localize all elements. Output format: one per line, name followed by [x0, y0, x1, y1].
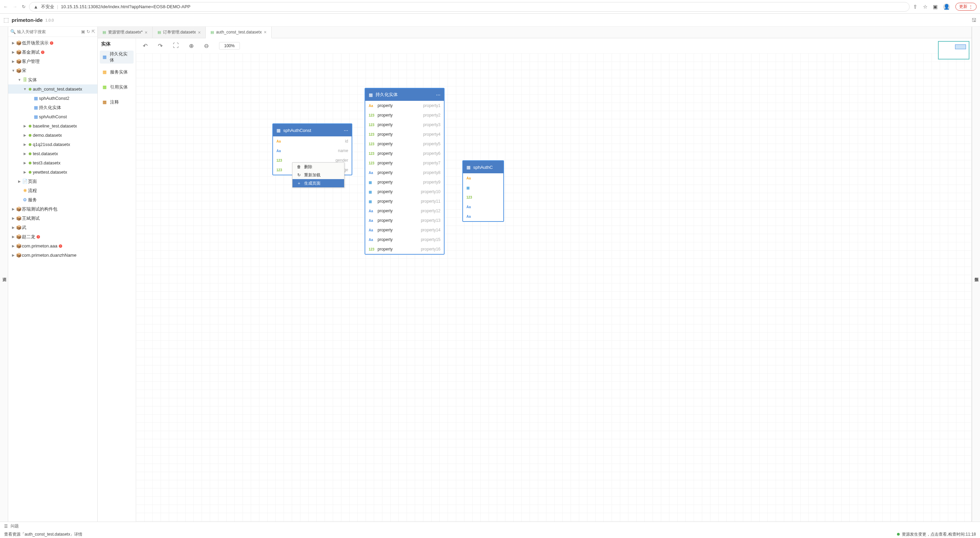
close-icon[interactable]: ×: [264, 29, 267, 35]
tree-node[interactable]: ▶📦苏瑞测试的构件包: [8, 204, 97, 213]
minimap[interactable]: [938, 41, 969, 59]
back-button[interactable]: ←: [3, 4, 8, 9]
entity-more-icon[interactable]: ⋯: [436, 92, 441, 97]
update-button[interactable]: 更新⋮: [955, 3, 977, 11]
editor-tab[interactable]: ▤订单管理.datasetx×: [153, 27, 206, 38]
refresh-icon[interactable]: ↻: [86, 29, 90, 34]
warning-icon: !: [50, 41, 53, 45]
entity-property-row[interactable]: Aapropertyproperty12: [365, 206, 444, 216]
entity-card-persistent[interactable]: ▦ 持久化实体 ⋯ Aapropertyproperty1123property…: [365, 88, 444, 254]
forward-button[interactable]: →: [13, 4, 17, 9]
node-icon: 📦: [16, 234, 22, 239]
palette-item[interactable]: ▦引用实体: [100, 81, 134, 94]
ctx-delete[interactable]: 🗑删除: [293, 163, 344, 171]
entity-property-row[interactable]: Aapropertyproperty1: [365, 101, 444, 110]
entity-property-row[interactable]: Aaid: [273, 136, 352, 146]
tree-node[interactable]: ❋流程: [8, 186, 97, 195]
folder-icon[interactable]: ▣: [81, 29, 85, 34]
bookmark-icon[interactable]: ☆: [923, 4, 928, 10]
entity-property-row[interactable]: Aa: [463, 202, 503, 212]
tree-node[interactable]: ▶q1q21ssd.datasetx: [8, 140, 97, 149]
entity-property-row[interactable]: Aapropertyproperty14: [365, 225, 444, 235]
right-rail-datasource[interactable]: 数据源: [974, 29, 979, 519]
ctx-reload[interactable]: ↻重新加载: [293, 171, 344, 179]
tree-node[interactable]: ▼📦宋: [8, 66, 97, 75]
tree-node[interactable]: ▶📦基金测试!: [8, 48, 97, 57]
collapse-icon[interactable]: ⇱: [92, 29, 95, 34]
entity-property-row[interactable]: 123propertyproperty4: [365, 129, 444, 139]
share-icon[interactable]: ⇧: [913, 4, 918, 10]
entity-property-row[interactable]: Aapropertyproperty13: [365, 216, 444, 225]
tree-node[interactable]: ▦sphAuthConst2: [8, 94, 97, 103]
tree-node[interactable]: ▶📦客户管理: [8, 57, 97, 66]
entity-property-row[interactable]: ▦: [463, 183, 503, 193]
extensions-icon[interactable]: ▣: [933, 4, 938, 10]
entity-property-row[interactable]: Aapropertyproperty8: [365, 168, 444, 177]
entity-property-row[interactable]: 123propertyproperty2: [365, 110, 444, 120]
canvas[interactable]: ▦ sphAuthConst ⋯ AaidAaname123gender123a…: [136, 53, 972, 522]
zoom-out-icon[interactable]: ⊖: [204, 42, 209, 49]
entity-property-row[interactable]: Aa: [463, 173, 503, 183]
tree-node[interactable]: ▶test3.datasetx: [8, 158, 97, 167]
entity-property-row[interactable]: 123propertyproperty3: [365, 120, 444, 129]
entity-property-row[interactable]: ▦propertyproperty10: [365, 187, 444, 197]
entity-card-sphauthc[interactable]: ▦ sphAuthC Aa▦123AaAa: [463, 161, 504, 221]
entity-property-row[interactable]: 123propertyproperty16: [365, 244, 444, 254]
profile-icon[interactable]: 👤: [943, 3, 950, 10]
address-bar[interactable]: ▲ 不安全 | 10.15.15.151:13082/ide/index.htm…: [29, 2, 910, 12]
node-icon: 📦: [16, 49, 22, 55]
node-label: sphAuthConst: [39, 114, 67, 119]
entity-property-row[interactable]: 123propertyproperty5: [365, 139, 444, 149]
prop-name: property: [377, 180, 393, 185]
tree-node[interactable]: ▶yewttest.datasetx: [8, 167, 97, 177]
tree-node[interactable]: ▶baseline_test.datasetx: [8, 121, 97, 131]
prop-name: property: [377, 209, 393, 213]
palette-item[interactable]: ▦服务实体: [100, 65, 134, 79]
close-icon[interactable]: ×: [145, 30, 147, 35]
editor-tab[interactable]: ▤auth_const_test.datasetx×: [206, 27, 272, 38]
entity-property-row[interactable]: 123: [463, 193, 503, 202]
tree-node[interactable]: ▦sphAuthConst: [8, 112, 97, 121]
tree-node[interactable]: ▼🗄实体: [8, 75, 97, 84]
type-icon: Aa: [369, 228, 375, 232]
tree-node[interactable]: ▶demo.datasetx: [8, 131, 97, 140]
entity-property-row[interactable]: ▦propertyproperty11: [365, 197, 444, 206]
entity-property-row[interactable]: Aaname: [273, 146, 352, 156]
entity-property-row[interactable]: Aapropertyproperty15: [365, 235, 444, 244]
editor-tab[interactable]: ▤资源管理.datasetx*×: [98, 27, 153, 38]
status-right[interactable]: 资源发生变更，点击查看,检查时间:11:18: [902, 532, 976, 537]
ctx-generate-page[interactable]: ＋生成页面: [293, 179, 344, 187]
save-icon[interactable]: 🖫: [972, 17, 977, 23]
left-rail-resources[interactable]: 资源: [0, 27, 8, 522]
tree-node[interactable]: ⚙服务: [8, 195, 97, 204]
tree-node[interactable]: ▶test.datasetx: [8, 149, 97, 158]
node-icon: ▦: [33, 114, 39, 119]
tree-node[interactable]: ▶📦低开场景演示!: [8, 38, 97, 48]
entity-property-row[interactable]: Aa: [463, 212, 503, 221]
close-icon[interactable]: ×: [198, 30, 200, 35]
tree-node[interactable]: ▶📦赵二龙!: [8, 232, 97, 241]
tree-node[interactable]: ▦持久化实体: [8, 103, 97, 112]
reload-button[interactable]: ↻: [22, 4, 25, 9]
tree-node[interactable]: ▶📦武: [8, 223, 97, 232]
redo-icon[interactable]: ↷: [158, 42, 163, 49]
undo-icon[interactable]: ↶: [143, 42, 148, 49]
prop-name: property: [377, 142, 393, 146]
entity-property-row[interactable]: ▦propertyproperty9: [365, 177, 444, 187]
expand-icon[interactable]: ⛶: [173, 42, 179, 49]
problems-panel[interactable]: ☰ 问题: [0, 522, 980, 530]
entity-property-row[interactable]: 123propertyproperty6: [365, 149, 444, 158]
search-input[interactable]: [17, 29, 80, 34]
tree-node[interactable]: ▶📦com.primeton.duanzhName: [8, 250, 97, 260]
tree-node[interactable]: ▶📄页面: [8, 177, 97, 186]
zoom-in-icon[interactable]: ⊕: [189, 42, 194, 49]
zoom-level[interactable]: 100%: [219, 42, 240, 49]
palette-item[interactable]: ▦持久化实体: [100, 51, 134, 64]
node-icon: 📦: [16, 244, 22, 248]
tree-node[interactable]: ▶📦com.primeton.aaa!: [8, 241, 97, 250]
entity-more-icon[interactable]: ⋯: [344, 128, 348, 133]
entity-property-row[interactable]: 123propertyproperty7: [365, 158, 444, 168]
tree-node[interactable]: ▼auth_const_test.datasetx: [8, 84, 97, 94]
tree-node[interactable]: ▶📦王斌测试: [8, 213, 97, 223]
palette-item[interactable]: ▦注释: [100, 96, 134, 109]
